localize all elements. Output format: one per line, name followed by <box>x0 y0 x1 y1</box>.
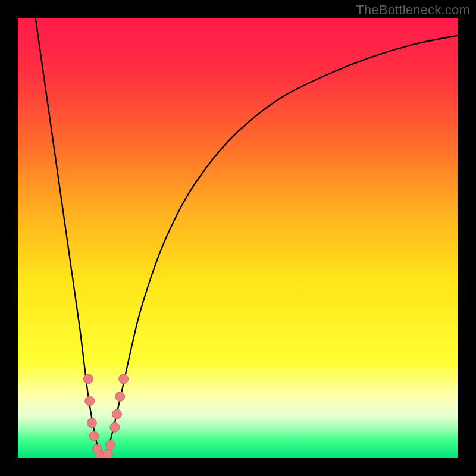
marker-dot <box>103 449 112 458</box>
marker-dot <box>115 392 125 401</box>
marker-dot <box>89 431 99 441</box>
marker-dot <box>110 422 120 432</box>
marker-dot <box>112 409 122 419</box>
marker-dot <box>83 374 93 384</box>
marker-dot <box>85 396 95 406</box>
watermark-text: TheBottleneck.com <box>356 2 470 18</box>
bottleneck-curve <box>36 18 458 458</box>
marker-dot <box>87 418 96 428</box>
marker-dot <box>119 374 129 384</box>
marker-dot <box>105 440 115 450</box>
curve-markers <box>83 374 128 458</box>
outer-frame: TheBottleneck.com <box>0 0 476 476</box>
plot-area <box>18 18 458 458</box>
chart-svg <box>18 18 458 458</box>
